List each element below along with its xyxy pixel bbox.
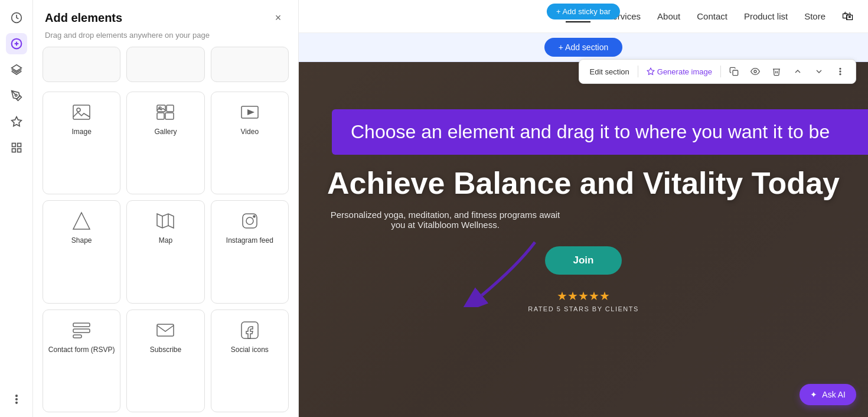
toolbar-divider-2 bbox=[720, 66, 721, 77]
element-shape[interactable]: Shape bbox=[43, 200, 120, 303]
preview-section-button[interactable] bbox=[747, 63, 763, 80]
element-map[interactable]: Map bbox=[126, 200, 204, 303]
svg-rect-33 bbox=[242, 322, 258, 338]
generate-image-button[interactable]: Generate image bbox=[643, 66, 716, 77]
svg-point-10 bbox=[15, 395, 17, 397]
element-subscribe-label: Subscribe bbox=[150, 346, 181, 354]
nav-link-store[interactable]: Store bbox=[804, 11, 825, 21]
placeholder-card-3 bbox=[211, 47, 289, 82]
edit-section-toolbar: Edit section Generate image bbox=[579, 59, 856, 84]
layers-button[interactable] bbox=[6, 59, 27, 80]
svg-point-39 bbox=[840, 74, 841, 75]
nav-link-product-list[interactable]: Product list bbox=[744, 11, 788, 21]
element-contact-form-label: Contact form (RSVP) bbox=[48, 346, 115, 354]
tooltip-banner: Choose an element and drag it to where y… bbox=[332, 109, 868, 155]
drag-arrow-icon bbox=[446, 236, 553, 307]
element-instagram-feed-label: Instagram feed bbox=[226, 236, 273, 245]
move-down-button[interactable] bbox=[811, 63, 827, 80]
svg-rect-9 bbox=[17, 149, 21, 152]
hero-rating: ★★★★★ RATED 5 STARS BY CLIENTS bbox=[327, 289, 840, 312]
more-actions-button[interactable] bbox=[832, 63, 849, 80]
placeholder-card-2 bbox=[126, 47, 204, 82]
generate-image-label: Generate image bbox=[657, 67, 712, 76]
app-market-button[interactable] bbox=[6, 137, 27, 158]
ask-ai-label: Ask AI bbox=[822, 390, 846, 399]
edit-section-label[interactable]: Edit section bbox=[586, 66, 633, 77]
toolbar-divider-1 bbox=[638, 66, 638, 77]
svg-marker-21 bbox=[247, 109, 254, 115]
svg-point-14 bbox=[77, 108, 80, 112]
element-gallery-label: Gallery bbox=[154, 128, 177, 136]
hero-content: Achieve Balance and Vitality Today Perso… bbox=[327, 167, 840, 312]
svg-point-38 bbox=[840, 71, 841, 72]
copy-section-button[interactable] bbox=[726, 63, 742, 80]
logo-button[interactable] bbox=[6, 7, 27, 28]
add-section-button[interactable]: + Add section bbox=[544, 38, 622, 57]
svg-point-37 bbox=[840, 68, 841, 69]
element-map-label: Map bbox=[159, 236, 172, 245]
element-shape-label: Shape bbox=[71, 236, 92, 245]
element-image-label: Image bbox=[71, 128, 91, 136]
add-section-bar: + Add section bbox=[299, 33, 868, 62]
brush-button[interactable] bbox=[6, 85, 27, 106]
svg-rect-13 bbox=[73, 105, 90, 119]
svg-marker-34 bbox=[647, 68, 654, 74]
elements-grid: Image Gallery Video bbox=[33, 87, 298, 417]
element-instagram-feed[interactable]: Instagram feed bbox=[211, 200, 289, 303]
more-options-button[interactable] bbox=[6, 389, 27, 410]
tooltip-text: Choose an element and drag it to where y… bbox=[351, 121, 830, 142]
hero-title: Achieve Balance and Vitality Today bbox=[327, 167, 840, 200]
svg-rect-30 bbox=[73, 329, 90, 333]
nav-link-contact[interactable]: Contact bbox=[697, 11, 727, 21]
hero-subtitle: Personalized yoga, meditation, and fitne… bbox=[327, 210, 563, 230]
element-contact-form[interactable]: Contact form (RSVP) bbox=[43, 310, 120, 412]
svg-rect-17 bbox=[157, 113, 164, 119]
svg-rect-16 bbox=[167, 105, 174, 112]
close-panel-button[interactable]: × bbox=[270, 9, 286, 26]
svg-rect-31 bbox=[73, 335, 81, 338]
add-elements-button[interactable] bbox=[6, 33, 27, 54]
add-sticky-bar-button[interactable]: + Add sticky bar bbox=[547, 4, 620, 19]
move-up-button[interactable] bbox=[789, 63, 806, 80]
element-video-label: Video bbox=[241, 128, 259, 136]
svg-point-28 bbox=[253, 216, 255, 217]
panel-subtitle: Drag and drop elements anywhere on your … bbox=[33, 31, 298, 47]
svg-rect-18 bbox=[165, 113, 174, 119]
svg-point-36 bbox=[754, 70, 756, 73]
element-social-icons-label: Social icons bbox=[231, 346, 269, 354]
svg-marker-23 bbox=[157, 214, 174, 228]
element-video[interactable]: Video bbox=[211, 92, 289, 194]
element-social-icons[interactable]: Social icons bbox=[211, 310, 289, 412]
svg-rect-8 bbox=[12, 149, 15, 152]
hero-join-button[interactable]: Join bbox=[545, 246, 622, 275]
element-image[interactable]: Image bbox=[43, 92, 120, 194]
hero-stars: ★★★★★ bbox=[557, 289, 610, 303]
svg-point-12 bbox=[15, 402, 17, 404]
svg-rect-32 bbox=[157, 324, 174, 336]
svg-marker-22 bbox=[73, 213, 90, 229]
svg-point-4 bbox=[15, 95, 17, 96]
nav-cart-icon[interactable]: 🛍 bbox=[842, 9, 854, 23]
svg-rect-6 bbox=[12, 144, 15, 147]
delete-section-button[interactable] bbox=[768, 63, 785, 80]
add-elements-panel: Add elements × Drag and drop elements an… bbox=[33, 0, 299, 417]
svg-rect-7 bbox=[17, 144, 21, 147]
svg-rect-35 bbox=[733, 70, 738, 76]
placeholder-card-1 bbox=[43, 47, 120, 82]
svg-rect-29 bbox=[73, 323, 90, 327]
panel-header: Add elements × bbox=[33, 0, 298, 31]
element-gallery[interactable]: Gallery bbox=[126, 92, 204, 194]
ask-ai-icon: ✦ bbox=[810, 390, 817, 399]
ask-ai-button[interactable]: ✦ Ask AI bbox=[800, 384, 856, 405]
svg-point-11 bbox=[15, 399, 17, 400]
svg-marker-5 bbox=[11, 117, 21, 126]
magic-button[interactable] bbox=[6, 111, 27, 132]
main-content: + Add sticky bar Home Services About Con… bbox=[299, 0, 868, 417]
nav-link-about[interactable]: About bbox=[657, 11, 680, 21]
element-subscribe[interactable]: Subscribe bbox=[126, 310, 204, 412]
svg-point-27 bbox=[246, 217, 253, 224]
left-sidebar bbox=[0, 0, 33, 417]
panel-title: Add elements bbox=[45, 11, 122, 25]
placeholder-cards-row bbox=[33, 47, 298, 87]
